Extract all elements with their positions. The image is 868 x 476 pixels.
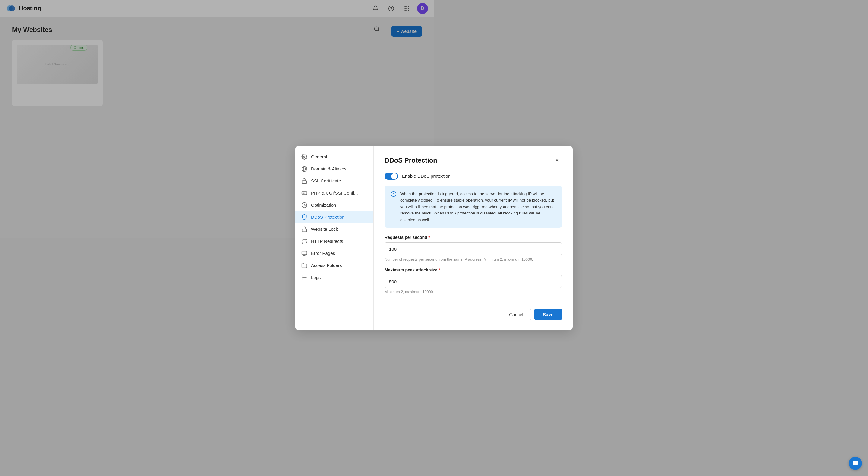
svg-text:PHP: PHP	[302, 192, 306, 194]
sidebar-item-optimization[interactable]: Optimization	[295, 199, 373, 211]
required-star-1: *	[429, 235, 430, 238]
modal-sidebar: General Domain & Aliases SSL Certificate	[295, 146, 374, 238]
sidebar-label-ddos: DDoS Protection	[311, 214, 345, 219]
ddos-enable-toggle[interactable]	[384, 173, 398, 180]
gear-icon	[301, 154, 307, 160]
enable-toggle-row: Enable DDoS protection	[384, 173, 434, 180]
sidebar-item-http-redirects[interactable]: HTTP Redirects	[295, 235, 373, 238]
info-box: When the protection is triggered, access…	[384, 186, 434, 228]
field1-label: Requests per second *	[384, 235, 434, 238]
optimization-icon	[301, 202, 307, 208]
ddos-protection-modal: General Domain & Aliases SSL Certificate	[295, 146, 434, 238]
sidebar-label-optimization: Optimization	[311, 202, 336, 208]
modal-title: DDoS Protection	[384, 156, 434, 165]
lock-icon	[301, 226, 307, 232]
sidebar-label-website-lock: Website Lock	[311, 227, 338, 232]
php-icon: PHP	[301, 190, 307, 196]
sidebar-item-domain-aliases[interactable]: Domain & Aliases	[295, 163, 373, 175]
sidebar-item-php[interactable]: PHP PHP & CGI/SSI Confi...	[295, 187, 373, 199]
modal-header: DDoS Protection ×	[384, 156, 434, 165]
svg-rect-22	[302, 229, 307, 232]
ssl-icon	[301, 178, 307, 184]
svg-rect-18	[302, 181, 307, 183]
info-icon	[391, 191, 397, 197]
sidebar-label-domain: Domain & Aliases	[311, 166, 346, 171]
shield-ddos-icon	[301, 214, 307, 220]
sidebar-item-website-lock[interactable]: Website Lock	[295, 223, 373, 235]
modal-main-content: DDoS Protection × Enable DDoS protection…	[374, 146, 434, 238]
sidebar-item-ddos[interactable]: DDoS Protection	[295, 211, 373, 223]
info-text: When the protection is triggered, access…	[400, 191, 434, 223]
sidebar-item-ssl[interactable]: SSL Certificate	[295, 175, 373, 187]
modal-overlay: General Domain & Aliases SSL Certificate	[0, 0, 434, 238]
svg-point-15	[304, 156, 305, 157]
sidebar-item-general[interactable]: General	[295, 151, 373, 163]
toggle-knob	[391, 173, 397, 179]
toggle-label: Enable DDoS protection	[402, 174, 434, 179]
sidebar-label-php: PHP & CGI/SSI Confi...	[311, 190, 358, 196]
www-icon	[301, 166, 307, 172]
sidebar-label-general: General	[311, 154, 327, 159]
sidebar-label-ssl: SSL Certificate	[311, 178, 341, 183]
